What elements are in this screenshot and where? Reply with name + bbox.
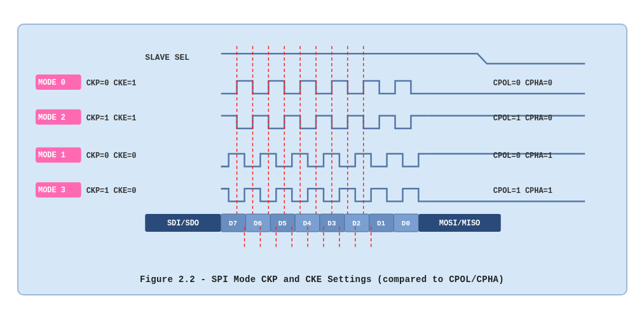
d4-label: D4 [303,220,312,227]
mode2-right: CPOL=1 CPHA=0 [493,114,552,123]
mode3-right: CPOL=1 CPHA=1 [493,187,552,195]
d2-label: D2 [352,220,360,227]
d6-label: D6 [253,220,261,227]
mode3-params: CKP=1 CKE=0 [86,187,136,195]
d0-label: D0 [401,220,409,227]
d7-label: D7 [229,220,237,227]
mode3-label: MODE 3 [38,186,65,195]
mode2-label: MODE 2 [38,113,65,122]
d3-label: D3 [327,220,336,227]
sdi-sdo-label: SDI/SDO [167,219,198,228]
mode2-params: CKP=1 CKE=1 [86,114,136,123]
figure-caption: Figure 2.2 - SPI Mode CKP and CKE Settin… [34,274,610,285]
mode0-right: CPOL=0 CPHA=0 [493,79,552,88]
mode0-label: MODE 0 [38,78,65,87]
slave-sel-label: SLAVE SEL [145,53,189,62]
mode0-params: CKP=0 CKE=1 [86,79,136,88]
d5-label: D5 [278,220,286,227]
d1-label: D1 [377,220,386,227]
mode1-label: MODE 1 [38,151,65,160]
diagram-container: SLAVE SEL MODE 0 CKP=0 CKE=1 CPOL=0 CPHA… [17,24,627,295]
mosi-miso-label: MOSI/MISO [439,219,479,228]
waveform-area: SLAVE SEL MODE 0 CKP=0 CKE=1 CPOL=0 CPHA… [34,38,610,267]
mode1-params: CKP=0 CKE=0 [86,152,136,160]
mode1-right: CPOL=0 CPHA=1 [493,152,552,160]
